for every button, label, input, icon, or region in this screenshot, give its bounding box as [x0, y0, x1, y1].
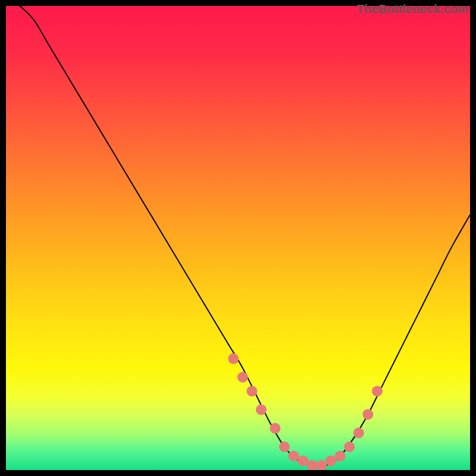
curve-marker [344, 441, 355, 452]
curve-marker [298, 455, 308, 466]
chart-svg [6, 6, 470, 470]
curve-marker [325, 455, 336, 466]
curve-marker [372, 386, 383, 396]
curve-marker [335, 451, 346, 462]
curve-marker [270, 423, 280, 434]
curve-marker [237, 372, 248, 383]
curve-marker [353, 428, 364, 439]
curve-marker [246, 386, 257, 396]
curve-marker [279, 441, 290, 452]
gradient-background [6, 6, 470, 470]
curve-marker [362, 409, 373, 419]
attribution-text: TheBottleneck.com [357, 2, 469, 16]
curve-marker [228, 353, 239, 364]
curve-marker [289, 451, 299, 462]
curve-marker [256, 405, 267, 415]
chart-frame [6, 6, 470, 470]
